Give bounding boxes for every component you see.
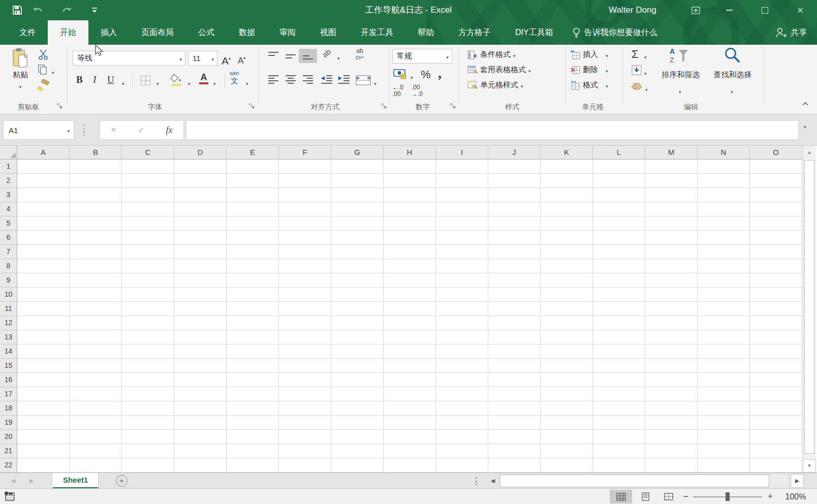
align-left-button[interactable] — [267, 74, 279, 87]
accounting-format-button[interactable] — [393, 68, 407, 81]
phonetic-dropdown[interactable] — [246, 78, 248, 87]
align-right-button[interactable] — [302, 74, 314, 87]
row-header-10[interactable]: 10 — [0, 288, 17, 302]
tab-review[interactable]: 审阅 — [267, 20, 308, 45]
row-header-14[interactable]: 14 — [0, 344, 17, 359]
user-name[interactable]: Walter Dong — [609, 0, 675, 20]
fill-color-button[interactable] — [170, 73, 183, 86]
format-as-table-button[interactable]: 套用表格格式 — [467, 65, 531, 75]
autosum-button[interactable]: Σ — [632, 48, 639, 61]
formula-input[interactable] — [186, 120, 799, 140]
borders-button[interactable] — [140, 75, 151, 88]
tab-home[interactable]: 开始 — [48, 20, 88, 45]
sort-filter-label[interactable]: 排序和筛选 — [652, 70, 709, 80]
sort-filter-button[interactable]: A Z — [669, 47, 690, 67]
cancel-icon[interactable]: × — [111, 125, 116, 135]
find-select-dropdown[interactable] — [731, 86, 733, 96]
page-break-preview-button[interactable] — [657, 490, 680, 503]
collapse-ribbon-button[interactable] — [802, 102, 809, 106]
font-color-button[interactable]: A — [199, 72, 208, 84]
align-bottom-button[interactable] — [299, 49, 317, 63]
column-header-M[interactable]: M — [645, 146, 698, 160]
row-header-7[interactable]: 7 — [0, 245, 17, 259]
column-header-K[interactable]: K — [541, 146, 593, 160]
row-header-16[interactable]: 16 — [0, 373, 17, 387]
column-header-E[interactable]: E — [227, 146, 279, 160]
column-header-B[interactable]: B — [70, 146, 122, 160]
zoom-out-button[interactable]: − — [681, 489, 691, 503]
row-header-11[interactable]: 11 — [0, 302, 17, 316]
font-size-select[interactable]: 11 — [188, 51, 217, 66]
row-header-22[interactable]: 22 — [0, 458, 17, 472]
orientation-button[interactable]: ab — [320, 47, 332, 59]
tab-view[interactable]: 视图 — [308, 20, 349, 45]
column-header-C[interactable]: C — [122, 146, 174, 160]
row-header-18[interactable]: 18 — [0, 401, 17, 416]
format-painter-button[interactable] — [37, 79, 50, 93]
tell-me-box[interactable]: 告诉我你想要做什么 — [565, 20, 665, 45]
find-select-label[interactable]: 查找和选择 — [704, 70, 761, 80]
borders-dropdown[interactable] — [156, 78, 159, 87]
row-header-6[interactable]: 6 — [0, 231, 17, 245]
autosum-dropdown[interactable] — [644, 52, 647, 61]
new-sheet-button[interactable]: + — [116, 475, 128, 487]
tab-help[interactable]: 帮助 — [405, 20, 446, 45]
row-header-12[interactable]: 12 — [0, 316, 17, 330]
phonetic-guide-button[interactable]: wén 文 — [230, 71, 239, 85]
delete-cells-button[interactable]: 删除 — [571, 65, 608, 75]
zoom-slider-thumb[interactable] — [726, 492, 730, 501]
minimize-button[interactable] — [717, 0, 741, 20]
font-color-dropdown[interactable] — [213, 78, 216, 87]
scroll-up-arrow[interactable]: ▲ — [803, 147, 816, 158]
column-header-N[interactable]: N — [698, 146, 750, 160]
comma-style-button[interactable]: , — [438, 65, 442, 81]
hscroll-left-arrow[interactable]: ◀ — [487, 473, 499, 489]
font-name-select[interactable]: 等线 — [73, 51, 185, 66]
fill-dropdown[interactable] — [644, 68, 647, 77]
tab-insert[interactable]: 插入 — [88, 20, 129, 45]
decrease-indent-button[interactable] — [320, 74, 333, 87]
align-middle-button[interactable] — [285, 51, 297, 63]
column-header-I[interactable]: I — [436, 146, 488, 160]
vertical-scrollbar-thumb[interactable] — [804, 160, 814, 454]
underline-button[interactable]: U — [107, 74, 114, 85]
macro-record-button[interactable] — [4, 491, 15, 503]
percent-style-button[interactable]: % — [421, 68, 431, 81]
bold-button[interactable]: B — [76, 74, 83, 85]
format-cells-button[interactable]: 格式 — [571, 80, 608, 90]
column-header-O[interactable]: O — [750, 146, 802, 160]
clipboard-dialog-launcher[interactable] — [57, 103, 63, 109]
row-header-8[interactable]: 8 — [0, 259, 17, 273]
row-header-21[interactable]: 21 — [0, 444, 17, 458]
number-format-select[interactable]: 常规 — [392, 49, 452, 64]
page-layout-view-button[interactable] — [634, 490, 656, 503]
conditional-formatting-button[interactable]: ≠ 条件格式 — [467, 50, 516, 59]
tab-file[interactable]: 文件 — [7, 20, 48, 45]
fill-color-dropdown[interactable] — [188, 78, 191, 87]
insert-function-button[interactable]: fx — [166, 125, 173, 136]
cells-area[interactable] — [17, 160, 802, 472]
sheet-nav-right[interactable]: ▶ — [25, 473, 38, 489]
clear-dropdown[interactable] — [645, 84, 648, 93]
merge-center-dropdown[interactable] — [374, 78, 376, 87]
cell-styles-button[interactable]: 单元格样式 — [467, 80, 523, 90]
column-header-L[interactable]: L — [593, 146, 645, 160]
copy-button[interactable] — [38, 64, 48, 77]
align-center-button[interactable] — [285, 74, 297, 87]
tab-scrollbar-splitter[interactable] — [476, 477, 477, 485]
column-header-F[interactable]: F — [279, 146, 331, 160]
increase-indent-button[interactable] — [337, 74, 351, 87]
underline-dropdown[interactable] — [122, 78, 124, 87]
row-header-15[interactable]: 15 — [0, 359, 17, 373]
decrease-decimal-button[interactable]: .00 →.0 — [412, 84, 423, 98]
align-top-button[interactable] — [267, 51, 279, 63]
column-header-G[interactable]: G — [331, 146, 384, 160]
share-button[interactable]: 共享 — [765, 20, 817, 45]
increase-font-size-button[interactable]: A — [222, 50, 231, 67]
row-header-13[interactable]: 13 — [0, 330, 17, 344]
tab-diy-toolbox[interactable]: DIY工具箱 — [503, 20, 565, 45]
maximize-button[interactable] — [753, 0, 776, 20]
hscroll-right-arrow[interactable]: ▶ — [791, 474, 804, 488]
italic-button[interactable]: I — [93, 74, 96, 85]
accounting-dropdown[interactable] — [411, 72, 413, 81]
